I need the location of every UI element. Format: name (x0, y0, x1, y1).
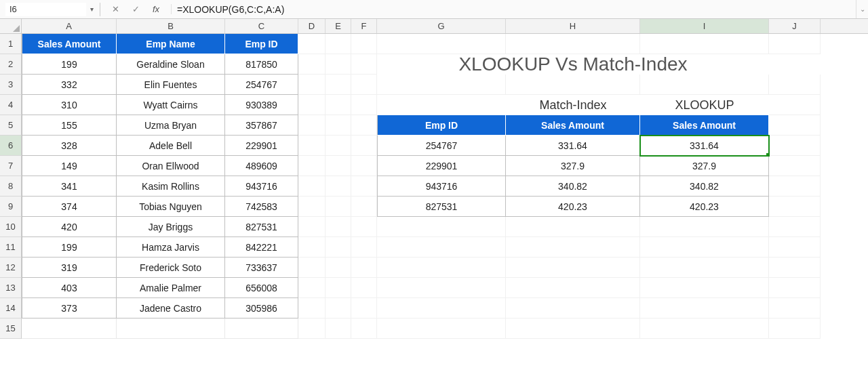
col-header-H[interactable]: H (506, 19, 640, 33)
cell-C8[interactable]: 943716 (225, 176, 298, 197)
cell-J6[interactable] (769, 136, 821, 156)
cell-H6[interactable]: 331.64 (506, 136, 640, 156)
cell-B13[interactable]: Amalie Palmer (117, 278, 225, 298)
cell-B1[interactable]: Emp Name (117, 34, 225, 54)
cell-I9[interactable]: 420.23 (640, 197, 769, 217)
cell-F15[interactable] (351, 318, 377, 339)
cell-J12[interactable] (769, 258, 821, 278)
cell-G10[interactable] (377, 217, 506, 237)
cell-G12[interactable] (377, 258, 506, 278)
cell-F3[interactable] (351, 75, 377, 95)
cell-F7[interactable] (351, 156, 377, 176)
cell-E7[interactable] (326, 156, 351, 176)
cell-E9[interactable] (326, 197, 351, 217)
cell-H12[interactable] (506, 258, 640, 278)
cell-I12[interactable] (640, 258, 769, 278)
cell-I8[interactable]: 340.82 (640, 176, 769, 197)
cell-A9[interactable]: 374 (22, 197, 117, 217)
cell-G1[interactable] (377, 34, 506, 54)
cell-G7[interactable]: 229901 (377, 156, 506, 176)
row-header-15[interactable]: 15 (0, 318, 22, 339)
cell-H3[interactable] (506, 75, 640, 95)
cell-I10[interactable] (640, 217, 769, 237)
cell-C9[interactable]: 742583 (225, 197, 298, 217)
cell-A4[interactable]: 310 (22, 95, 117, 115)
cell-C3[interactable]: 254767 (225, 75, 298, 95)
cell-D5[interactable] (298, 115, 326, 136)
cell-G5[interactable]: Emp ID (377, 115, 506, 136)
fx-icon[interactable]: fx (151, 4, 161, 14)
cell-G4[interactable] (377, 95, 506, 115)
cell-D11[interactable] (298, 237, 326, 258)
cell-F12[interactable] (351, 258, 377, 278)
cell-H14[interactable] (506, 298, 640, 318)
col-header-B[interactable]: B (117, 19, 225, 33)
cell-C4[interactable]: 930389 (225, 95, 298, 115)
cell-G11[interactable] (377, 237, 506, 258)
cell-G13[interactable] (377, 278, 506, 298)
cell-H10[interactable] (506, 217, 640, 237)
cell-I13[interactable] (640, 278, 769, 298)
cell-I11[interactable] (640, 237, 769, 258)
row-header-2[interactable]: 2 (0, 54, 22, 75)
row-header-9[interactable]: 9 (0, 197, 22, 217)
cell-D8[interactable] (298, 176, 326, 197)
row-header-14[interactable]: 14 (0, 298, 22, 318)
cell-B3[interactable]: Elin Fuentes (117, 75, 225, 95)
cell-D3[interactable] (298, 75, 326, 95)
cell-E1[interactable] (326, 34, 351, 54)
cell-H11[interactable] (506, 237, 640, 258)
row-header-3[interactable]: 3 (0, 75, 22, 95)
cell-H8[interactable]: 340.82 (506, 176, 640, 197)
confirm-icon[interactable]: ✓ (130, 4, 141, 14)
cell-A14[interactable]: 373 (22, 298, 117, 318)
row-header-10[interactable]: 10 (0, 217, 22, 237)
cell-J1[interactable] (769, 34, 821, 54)
cell-B11[interactable]: Hamza Jarvis (117, 237, 225, 258)
cell-C2[interactable]: 817850 (225, 54, 298, 75)
cell-D14[interactable] (298, 298, 326, 318)
col-header-I[interactable]: I (640, 19, 769, 33)
cell-F14[interactable] (351, 298, 377, 318)
col-header-D[interactable]: D (298, 19, 326, 33)
cell-H13[interactable] (506, 278, 640, 298)
cell-B15[interactable] (117, 318, 225, 339)
cell-G3[interactable] (377, 75, 506, 95)
cell-E12[interactable] (326, 258, 351, 278)
cell-D10[interactable] (298, 217, 326, 237)
cell-F2[interactable] (351, 54, 377, 75)
cell-I1[interactable] (640, 34, 769, 54)
cell-F10[interactable] (351, 217, 377, 237)
cell-G9[interactable]: 827531 (377, 197, 506, 217)
cell-A7[interactable]: 149 (22, 156, 117, 176)
name-box-dropdown-icon[interactable]: ▾ (86, 5, 97, 13)
cell-E2[interactable] (326, 54, 351, 75)
cell-C13[interactable]: 656008 (225, 278, 298, 298)
cell-F11[interactable] (351, 237, 377, 258)
cell-F13[interactable] (351, 278, 377, 298)
name-box[interactable]: I6 (5, 3, 86, 16)
cell-D12[interactable] (298, 258, 326, 278)
cell-H7[interactable]: 327.9 (506, 156, 640, 176)
cell-D1[interactable] (298, 34, 326, 54)
cell-D6[interactable] (298, 136, 326, 156)
row-header-8[interactable]: 8 (0, 176, 22, 197)
cell-B2[interactable]: Geraldine Sloan (117, 54, 225, 75)
col-header-J[interactable]: J (769, 19, 821, 33)
cell-I3[interactable] (640, 75, 769, 95)
cell-C1[interactable]: Emp ID (225, 34, 298, 54)
cell-E8[interactable] (326, 176, 351, 197)
row-header-4[interactable]: 4 (0, 95, 22, 115)
cell-A5[interactable]: 155 (22, 115, 117, 136)
cell-C14[interactable]: 305986 (225, 298, 298, 318)
row-header-5[interactable]: 5 (0, 115, 22, 136)
cell-F9[interactable] (351, 197, 377, 217)
cell-J11[interactable] (769, 237, 821, 258)
cell-E10[interactable] (326, 217, 351, 237)
cell-F4[interactable] (351, 95, 377, 115)
cell-E13[interactable] (326, 278, 351, 298)
row-header-6[interactable]: 6 (0, 136, 22, 156)
cell-J7[interactable] (769, 156, 821, 176)
col-header-E[interactable]: E (326, 19, 351, 33)
cell-A8[interactable]: 341 (22, 176, 117, 197)
